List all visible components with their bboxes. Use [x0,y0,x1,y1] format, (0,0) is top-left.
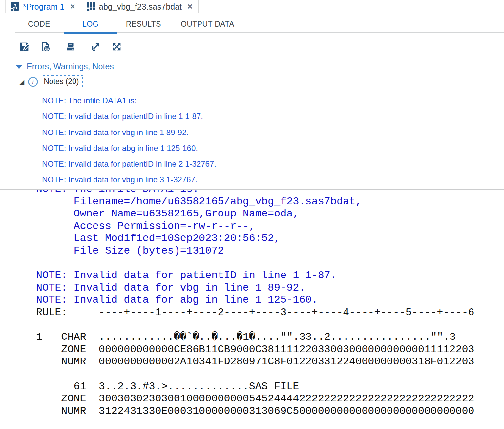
errors-warnings-notes-label: Errors, Warnings, Notes [27,62,114,71]
tab-dataset-abg-vbg-f23[interactable]: abg_vbg_f23.sas7bdat ✕ [81,0,199,13]
info-icon: i [28,76,38,87]
toolbar-separator [82,40,82,53]
log-line: NUMR 0000000000002A10341FD280971C8F01220… [36,356,504,368]
tab-label: abg_vbg_f23.sas7bdat [99,2,182,11]
tab-log[interactable]: LOG [64,13,117,33]
log-line: File Size (bytes)=131072 [36,245,504,257]
sas-studio-log-view: *Program 1 ✕ abg_vbg_f23.sas7bdat ✕ CODE… [0,0,504,429]
errors-warnings-notes-header[interactable]: Errors, Warnings, Notes [16,62,114,71]
log-line: Owner Name=u63582165,Group Name=oda, [36,208,504,220]
notes-count-label: Notes (20) [41,75,83,88]
notes-group-row[interactable]: ◢ i Notes (20) [19,75,83,88]
log-line: Last Modified=10Sep2023:20:56:52, [36,233,504,245]
note-line[interactable]: NOTE: The infile DATA1 is: [42,93,497,109]
log-line: Filename=/home/u63582165/abg_vbg_f23.sas… [36,196,504,208]
tab-label: *Program 1 [23,2,64,11]
log-line: NOTE: Invalid data for vbg in line 1 89-… [36,282,504,295]
log-line: NOTE: Invalid data for abg in line 1 125… [36,294,504,307]
log-line: 1 CHAR ............��`�..�...�1�...."".3… [36,331,504,344]
note-line[interactable]: NOTE: Invalid data for abg in line 1 125… [42,140,497,156]
tab-code[interactable]: CODE [28,13,50,33]
download-log-icon [39,41,51,52]
log-line: NOTE: The infile DATA1 is: [36,190,504,196]
open-new-window-button[interactable] [89,40,102,53]
document-tabbar: *Program 1 ✕ abg_vbg_f23.sas7bdat ✕ [5,0,504,13]
log-toolbar [5,33,504,60]
log-line: ZONE 30030302303001000000000054524444222… [36,393,504,405]
tab-output-data[interactable]: OUTPUT DATA [181,13,234,33]
log-line: NOTE: Invalid data for patientID in line… [36,270,504,282]
tab-program-1[interactable]: *Program 1 ✕ [5,0,81,13]
tab-results[interactable]: RESULTS [126,13,161,33]
expand-caret-icon: ◢ [19,78,24,86]
log-line: ZONE 000000000000CE86B11CB9000C381111220… [36,344,504,356]
log-text: NOTE: The infile DATA1 is: Filename=/hom… [5,190,504,418]
note-line[interactable]: NOTE: Invalid data for vbg in line 1 89-… [42,125,497,140]
log-scroll-area[interactable]: NOTE: The infile DATA1 is: Filename=/hom… [5,190,504,429]
tabbar-filler [199,0,504,13]
print-log-icon [65,41,76,52]
log-line: Access Permission=-rw-r--r--, [36,220,504,233]
open-new-window-icon [90,41,102,52]
note-line[interactable]: NOTE: Invalid data for vbg in line 3 1-3… [42,172,497,188]
save-log-icon [18,41,30,52]
view-subtabs: CODE LOG RESULTS OUTPUT DATA [5,13,504,33]
print-log-button[interactable] [64,40,77,53]
save-log-button[interactable] [18,40,31,53]
toolbar-separator [57,40,57,53]
close-icon[interactable]: ✕ [187,3,193,10]
log-line [36,257,504,270]
note-line[interactable]: NOTE: Invalid data for patientID in line… [42,156,497,172]
log-line: RULE: ----+----1----+----2----+----3----… [36,307,504,319]
log-line [36,368,504,381]
maximize-view-button[interactable] [110,40,123,53]
close-icon[interactable]: ✕ [70,3,75,10]
log-line: 61 3..2.3.#3.>.............SAS FILE [36,381,504,393]
download-log-button[interactable] [39,40,52,53]
svg-text:i: i [32,78,34,86]
log-line [36,319,504,332]
program-icon [10,2,20,12]
note-line[interactable]: NOTE: Invalid data for patientID in line… [42,109,497,124]
maximize-view-icon [111,41,123,52]
table-icon [86,2,96,12]
notes-list: NOTE: The infile DATA1 is:NOTE: Invalid … [42,93,497,188]
log-line: NUMR 3122431330E0003100000000313069C5000… [36,405,504,418]
collapse-caret-icon [16,65,22,69]
